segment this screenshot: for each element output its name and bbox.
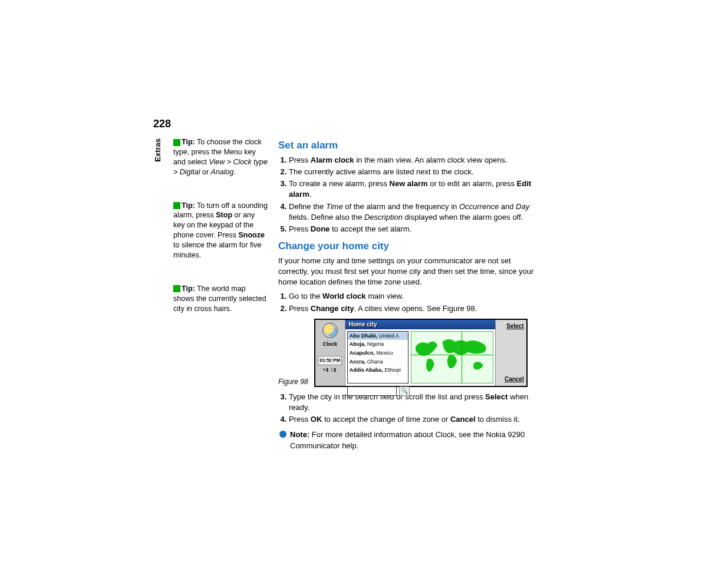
device-right-pane: Select Cancel <box>496 320 526 386</box>
figure-label: Figure 98 <box>278 377 308 387</box>
tip-clock-type: Tip: To choose the clock type, press the… <box>173 137 268 177</box>
set-alarm-steps: Press Alarm clock in the main view. An a… <box>278 155 542 234</box>
page-number: 228 <box>153 118 542 130</box>
section-tab-label: Extras <box>153 138 163 162</box>
tip-icon <box>173 285 180 292</box>
step: Press Alarm clock in the main view. An a… <box>289 155 542 166</box>
list-item[interactable]: Accra, Ghana <box>348 358 408 366</box>
note-icon <box>279 431 286 438</box>
crosshair-horizontal <box>411 355 493 355</box>
select-button[interactable]: Select <box>506 322 523 330</box>
step: The currently active alarms are listed n… <box>289 167 542 177</box>
crosshair-vertical <box>462 332 462 383</box>
device-time: 01:52 PM <box>318 356 342 365</box>
search-icon[interactable]: 🔍 <box>399 386 410 396</box>
tip-turn-off-alarm: Tip: To turn off a sounding alarm, press… <box>173 201 268 260</box>
note: Note: For more detailed information abou… <box>278 429 542 451</box>
status-icons: ▾▮ ▯▮ <box>323 366 337 373</box>
step: Press OK to accept the change of time zo… <box>289 414 542 425</box>
clock-label: Clock <box>322 340 337 348</box>
step: Define the Time of the alarm and the fre… <box>289 201 542 223</box>
tip-icon <box>173 139 180 146</box>
list-item[interactable]: Abu Dhabi, United A <box>348 332 408 340</box>
figure-wrap: Figure 98 Clock 01:52 PM ▾▮ ▯▮ Home city <box>278 319 542 387</box>
tip-world-map: Tip: The world map shows the currently s… <box>173 284 268 314</box>
tips-column: Tip: To choose the clock type, press the… <box>173 137 268 451</box>
main-column: Set an alarm Press Alarm clock in the ma… <box>278 137 542 451</box>
intro-paragraph: If your home city and time settings on y… <box>278 256 542 288</box>
search-input[interactable] <box>347 386 397 396</box>
world-map[interactable] <box>411 331 493 384</box>
step: Go to the World clock main view. <box>289 291 542 302</box>
device-left-pane: Clock 01:52 PM ▾▮ ▯▮ <box>315 320 345 386</box>
city-list[interactable]: Abu Dhabi, United A Abuja, Nigeria Acapu… <box>347 331 409 384</box>
step: Press Change city. A cities view opens. … <box>289 303 542 314</box>
heading-change-home-city: Change your home city <box>278 239 542 253</box>
device-main-pane: Home city Abu Dhabi, United A Abuja, Nig… <box>345 320 496 386</box>
tip-icon <box>173 202 180 209</box>
device-screenshot: Clock 01:52 PM ▾▮ ▯▮ Home city Abu Dhabi… <box>314 319 528 387</box>
list-item[interactable]: Abuja, Nigeria <box>348 340 408 349</box>
step: Press Done to accept the set alarm. <box>289 224 542 234</box>
list-item[interactable]: Addis Ababa, Ethiopi <box>348 366 408 375</box>
change-city-steps-1-2: Go to the World clock main view. Press C… <box>278 291 542 313</box>
heading-set-an-alarm: Set an alarm <box>278 138 542 153</box>
step: To create a new alarm, press New alarm o… <box>289 178 542 200</box>
clock-icon <box>322 323 338 338</box>
cancel-button[interactable]: Cancel <box>505 375 524 384</box>
list-item[interactable]: Acapulco, Mexico <box>348 349 408 358</box>
device-titlebar: Home city <box>345 320 495 329</box>
